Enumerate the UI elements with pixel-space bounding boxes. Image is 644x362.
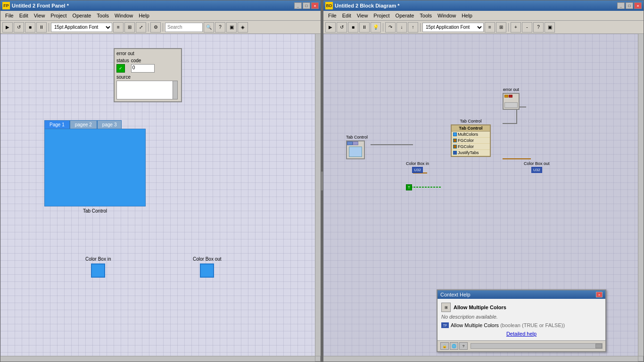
bd-maximize-button[interactable]: □ [626, 2, 633, 9]
tab-control[interactable]: Page 1 pagee 2 page 3 Tab Control [44, 120, 146, 214]
status-indicator[interactable]: ✓ [116, 64, 125, 73]
code-value: 0 [131, 64, 155, 73]
ctx-horizontal-scrollbar[interactable] [471, 343, 603, 349]
front-panel-canvas[interactable]: error out status ✓ code 0 source [0, 34, 321, 362]
source-scrollbar[interactable] [173, 81, 177, 99]
align-button[interactable]: ≡ [113, 22, 124, 33]
error-out-bd-label: error out [503, 87, 520, 92]
front-panel-icon: FP [2, 2, 10, 9]
bd-menu-view[interactable]: View [354, 12, 371, 19]
bd-toolbar-sep-2 [420, 23, 421, 32]
color-box-out-terminal[interactable]: U32 [531, 167, 542, 173]
error-out-bd-node[interactable] [503, 93, 520, 110]
zoom-button[interactable]: ⚙ [150, 22, 161, 33]
menu-view[interactable]: View [31, 12, 48, 19]
fgcolor1-indicator [453, 139, 457, 142]
extra-button2[interactable]: ◈ [238, 22, 248, 33]
context-help-close[interactable]: × [596, 292, 603, 297]
block-diagram-toolbar: ▶ ↺ ■ ⏸ 💡 ↷ ↓ ↑ 15pt Application Font ≡ … [323, 21, 644, 34]
bd-menu-edit[interactable]: Edit [339, 12, 354, 19]
menu-help[interactable]: Help [136, 12, 152, 19]
bd-zoom-out-button[interactable]: - [522, 22, 532, 33]
color-box-out[interactable]: Color Box out [193, 256, 222, 278]
bd-step-out-button[interactable]: ↑ [408, 22, 418, 33]
toolbar-sep-2 [148, 23, 149, 32]
property-node-group: Tab Control Tab Control MultColors FGCol… [451, 119, 491, 157]
front-panel-toolbar: ▶ ↺ ■ ⏸ 15pt Application Font ≡ ⊞ ⤢ ⚙ 🔍 … [0, 21, 321, 34]
color-box-in-swatch[interactable] [91, 263, 105, 278]
menu-edit[interactable]: Edit [17, 12, 31, 19]
bd-menu-window[interactable]: Window [435, 12, 459, 19]
ctx-question-button[interactable]: ? [459, 342, 468, 350]
property-node[interactable]: Tab Control MultColors FGColor FGColor J… [451, 124, 491, 157]
bd-extra-button[interactable]: ▣ [545, 22, 555, 33]
fp-scrollbar-right[interactable] [315, 34, 321, 356]
resize-button[interactable]: ⤢ [136, 22, 146, 33]
bd-scrollbar-bottom[interactable] [323, 356, 638, 362]
search-button[interactable]: 🔍 [204, 22, 214, 33]
tab-page1[interactable]: Page 1 [44, 120, 70, 129]
property-node-title: Tab Control [452, 125, 490, 132]
distribute-button[interactable]: ⊞ [124, 22, 135, 33]
tab-control-bd-label: Tab Control [346, 135, 368, 140]
error-cluster-title: error out [116, 51, 179, 56]
bd-step-over-button[interactable]: ↷ [385, 22, 396, 33]
ctx-globe-button[interactable]: 🌐 [450, 342, 458, 350]
bd-menu-project[interactable]: Project [371, 12, 392, 19]
bd-minimize-button[interactable]: _ [617, 2, 625, 9]
ctx-detailed-help-link[interactable]: Detailed help [441, 331, 602, 337]
run-continuously-button[interactable]: ↺ [14, 22, 24, 33]
menu-operate[interactable]: Operate [70, 12, 94, 19]
bd-menu-operate[interactable]: Operate [393, 12, 417, 19]
error-node-body [504, 102, 518, 108]
ctx-scroll-thumb-right[interactable] [595, 344, 602, 348]
status-label: status [116, 58, 129, 63]
bd-highlight-button[interactable]: 💡 [371, 22, 381, 33]
ctx-lock-button[interactable]: 🔒 [440, 342, 449, 350]
tab-page2[interactable]: pagee 2 [70, 120, 97, 129]
bd-font-selector[interactable]: 15pt Application Font [422, 23, 484, 32]
bd-menu-file[interactable]: File [325, 12, 339, 19]
bd-pause-button[interactable]: ⏸ [359, 22, 370, 33]
bd-menu-help[interactable]: Help [459, 12, 475, 19]
tab-icon-tabs-row [347, 141, 364, 145]
search-input[interactable] [165, 23, 203, 32]
bd-scrollbar-right[interactable] [638, 34, 644, 356]
bd-distribute-button[interactable]: ⊞ [496, 22, 506, 33]
menu-project[interactable]: Project [48, 12, 69, 19]
source-box[interactable] [116, 81, 178, 99]
pause-button[interactable]: ⏸ [36, 22, 47, 33]
minimize-button[interactable]: _ [294, 2, 302, 9]
extra-button[interactable]: ▣ [226, 22, 237, 33]
code-label: code [131, 58, 155, 63]
color-box-in[interactable]: Color Box in [85, 256, 111, 278]
bool-terminal-in[interactable]: T [406, 184, 412, 190]
close-button[interactable]: × [311, 2, 319, 9]
bd-align-button[interactable]: ≡ [485, 22, 495, 33]
font-selector[interactable]: 15pt Application Font [51, 23, 112, 32]
color-box-in-terminal[interactable]: U32 [412, 167, 423, 173]
run-button[interactable]: ▶ [2, 22, 13, 33]
menu-file[interactable]: File [2, 12, 17, 19]
help-button[interactable]: ? [215, 22, 225, 33]
menu-tools[interactable]: Tools [94, 12, 112, 19]
bd-step-into-button[interactable]: ↓ [396, 22, 407, 33]
menu-window[interactable]: Window [112, 12, 136, 19]
bd-menu-tools[interactable]: Tools [417, 12, 435, 19]
bd-close-button[interactable]: × [634, 2, 642, 9]
bd-icon-text: BD [326, 3, 332, 8]
bd-toolbar-sep-1 [383, 23, 383, 32]
fp-scrollbar-bottom[interactable] [0, 356, 315, 362]
bd-run-continuously-button[interactable]: ↺ [337, 22, 347, 33]
block-diagram-canvas[interactable]: Tab Control Color Box in U32 T Tab Contr… [323, 34, 644, 362]
bd-run-button[interactable]: ▶ [325, 22, 336, 33]
color-box-out-swatch[interactable] [200, 263, 214, 278]
bd-help-button[interactable]: ? [533, 22, 544, 33]
tab-page3[interactable]: page 3 [97, 120, 122, 129]
tab-control-terminal[interactable] [346, 140, 365, 159]
bool-terminal-in-group: T [406, 184, 412, 190]
bd-abort-button[interactable]: ■ [348, 22, 358, 33]
abort-button[interactable]: ■ [25, 22, 35, 33]
maximize-button[interactable]: □ [303, 2, 310, 9]
bd-zoom-in-button[interactable]: + [511, 22, 521, 33]
